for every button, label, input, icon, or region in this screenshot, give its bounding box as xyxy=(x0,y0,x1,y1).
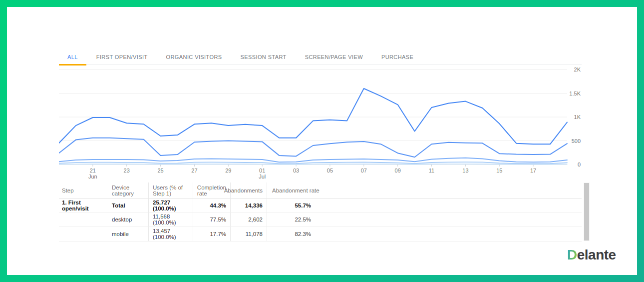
table-cell-completion: 17.7% xyxy=(193,227,230,242)
rate-value: 22.5% xyxy=(272,216,311,222)
svg-text:0: 0 xyxy=(578,162,581,168)
svg-text:23: 23 xyxy=(124,168,130,174)
svg-text:17: 17 xyxy=(530,168,536,174)
svg-text:01: 01 xyxy=(259,168,265,174)
svg-text:13: 13 xyxy=(462,168,468,174)
table-cell-abandonment-rate: 82.3% xyxy=(267,227,582,242)
col-header-users: Users (% of Step 1) xyxy=(148,182,193,198)
tab-first-open-visit[interactable]: FIRST OPEN/VISIT xyxy=(88,50,156,65)
funnel-trend-chart: 05001K1.5K2K21Jun2325272901Jul0305070911… xyxy=(59,66,582,180)
svg-text:2K: 2K xyxy=(574,66,581,72)
table-cell-device: mobile xyxy=(108,227,148,242)
table-cell-users: 25,727 (100.0%) xyxy=(148,198,193,213)
svg-text:05: 05 xyxy=(327,168,333,174)
svg-text:Jun: Jun xyxy=(88,174,97,180)
table-cell-completion: 44.3% xyxy=(193,198,230,213)
tab-all[interactable]: ALL xyxy=(59,50,86,65)
screenshot-root: ALL FIRST OPEN/VISIT ORGANIC VISITORS SE… xyxy=(0,0,644,282)
col-header-step: Step xyxy=(59,182,108,198)
tab-organic-visitors[interactable]: ORGANIC VISITORS xyxy=(158,50,231,65)
delante-logo: Delante xyxy=(567,247,616,263)
table-cell-abandonment-rate: 55.7% xyxy=(267,198,582,213)
table-cell-step: 1. First open/visit xyxy=(59,198,108,213)
rate-value: 82.3% xyxy=(272,231,311,237)
svg-text:07: 07 xyxy=(361,168,367,174)
col-header-device-category: Device category xyxy=(108,182,148,198)
tab-session-start[interactable]: SESSION START xyxy=(232,50,295,65)
table-cell-step xyxy=(59,227,108,242)
table-cell-abandonments: 11,078 xyxy=(230,227,267,242)
table-cell-abandonments: 2,602 xyxy=(230,213,267,228)
table-cell-users: 11,568 (100.0%) xyxy=(148,213,193,228)
svg-text:21: 21 xyxy=(90,168,96,174)
delante-logo-text: elante xyxy=(577,247,616,262)
table-scrollbar-track xyxy=(584,182,590,241)
funnel-step-tabs: ALL FIRST OPEN/VISIT ORGANIC VISITORS SE… xyxy=(59,50,582,65)
table-scrollbar-thumb[interactable] xyxy=(584,183,589,240)
svg-text:27: 27 xyxy=(191,168,197,174)
table-cell-completion: 77.5% xyxy=(193,213,230,228)
col-header-abandonments: Abandonments xyxy=(230,182,267,198)
svg-text:29: 29 xyxy=(225,168,231,174)
svg-text:15: 15 xyxy=(496,168,502,174)
table-cell-device: desktop xyxy=(108,213,148,228)
table-cell-step xyxy=(59,213,108,228)
svg-text:500: 500 xyxy=(572,138,581,144)
svg-text:03: 03 xyxy=(293,168,299,174)
table-cell-users: 13,457 (100.0%) xyxy=(148,227,193,242)
table-cell-device: Total xyxy=(108,198,148,213)
svg-text:1.5K: 1.5K xyxy=(569,90,581,96)
funnel-table: Step Device category Users (% of Step 1)… xyxy=(59,182,582,242)
col-header-abandonment-rate: Abandonment rate xyxy=(267,182,582,198)
rate-value: 55.7% xyxy=(272,202,311,208)
tab-screen-page-view[interactable]: SCREEN/PAGE VIEW xyxy=(297,50,371,65)
table-cell-abandonment-rate: 22.5% xyxy=(267,213,582,228)
svg-text:25: 25 xyxy=(157,168,163,174)
delante-logo-d: D xyxy=(567,247,577,262)
tab-purchase[interactable]: PURCHASE xyxy=(373,50,422,65)
svg-text:11: 11 xyxy=(429,168,434,174)
svg-text:1K: 1K xyxy=(574,114,581,120)
svg-text:Jul: Jul xyxy=(259,174,266,180)
svg-text:09: 09 xyxy=(395,168,401,174)
table-cell-abandonments: 14,336 xyxy=(230,198,267,213)
